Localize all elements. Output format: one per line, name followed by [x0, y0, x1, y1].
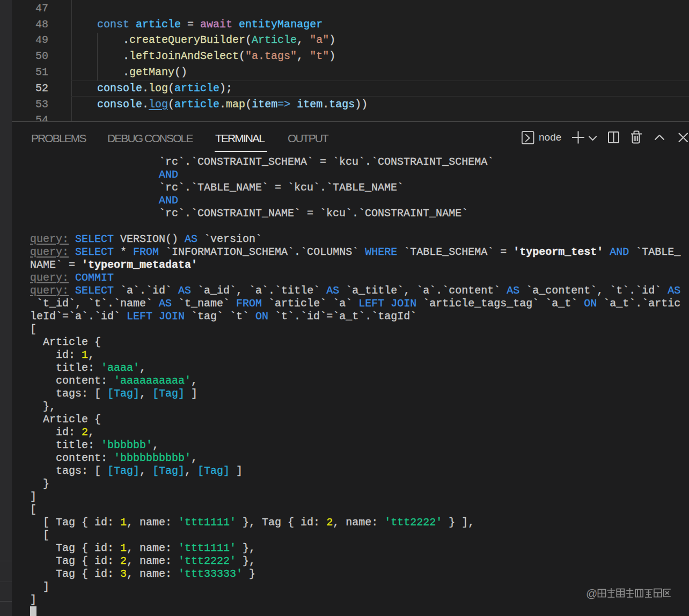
svg-text:@: @ — [586, 587, 597, 599]
